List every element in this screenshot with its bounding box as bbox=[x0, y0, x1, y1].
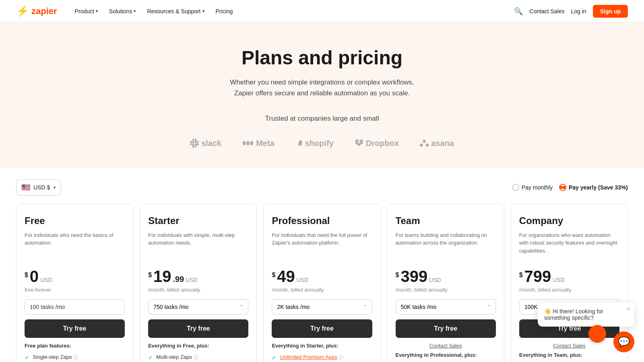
features-header: Everything in Professional, plus: bbox=[396, 352, 496, 358]
svg-point-8 bbox=[423, 140, 425, 143]
plan-card-free: Free For individuals who need the basics… bbox=[16, 204, 133, 362]
price-currency: USD bbox=[40, 277, 52, 283]
chat-widget: × 👋 Hi there! Looking for something spec… bbox=[538, 302, 634, 352]
price-currency: USD bbox=[297, 277, 309, 283]
signup-button[interactable]: Sign up bbox=[593, 5, 628, 18]
plan-description: For individuals that need the full power… bbox=[272, 231, 372, 260]
currency-selector[interactable]: 🇺🇸 USD $ ▾ bbox=[16, 179, 61, 195]
company-logos: slack Meta shopify Dropbox bbox=[16, 139, 628, 148]
price-currency: USD bbox=[553, 277, 565, 283]
try-free-button-team[interactable]: Try free bbox=[396, 319, 496, 338]
currency-label: USD $ bbox=[33, 184, 50, 191]
nav-product[interactable]: Product ▾ bbox=[70, 5, 103, 18]
info-icon[interactable]: ⓘ bbox=[339, 354, 343, 360]
nav-resources[interactable]: Resources & Support ▾ bbox=[142, 5, 209, 18]
task-select-wrapper: 2K tasks /mo ⌃ bbox=[272, 299, 372, 315]
try-free-button-professional[interactable]: Try free bbox=[272, 319, 372, 338]
price-symbol: $ bbox=[396, 268, 399, 279]
pay-yearly-label: Pay yearly (Save 33%) bbox=[569, 184, 628, 191]
flag-icon: 🇺🇸 bbox=[21, 183, 30, 192]
contact-sales-link-team[interactable]: Contact Sales bbox=[396, 343, 496, 349]
price-symbol: $ bbox=[25, 268, 28, 279]
contact-sales-link[interactable]: Contact Sales bbox=[529, 8, 564, 14]
try-free-button-starter[interactable]: Try free bbox=[148, 319, 248, 338]
feature-text: Multi-step Zaps ⓘ bbox=[156, 354, 198, 361]
features-header: Everything in Starter, plus: bbox=[272, 343, 372, 349]
logo-slack: slack bbox=[190, 139, 221, 148]
task-select-starter[interactable]: 750 tasks /mo bbox=[148, 299, 248, 315]
price-period: /month, billed annually bbox=[272, 287, 372, 293]
nav-resources-label: Resources & Support bbox=[147, 8, 200, 14]
info-icon[interactable]: ⓘ bbox=[73, 354, 78, 360]
close-icon[interactable]: × bbox=[627, 306, 630, 313]
plan-card-team: Team For teams building and collaboratin… bbox=[387, 204, 504, 362]
chevron-down-icon: ▾ bbox=[202, 9, 204, 13]
price-period: /month, billed annually bbox=[148, 287, 248, 293]
plan-description: For individuals with simple, multi-step … bbox=[148, 231, 248, 260]
plan-description: For teams building and collaborating on … bbox=[396, 231, 496, 260]
plan-card-starter: Starter For individuals with simple, mul… bbox=[140, 204, 257, 362]
plan-price: $ 0 USD bbox=[25, 268, 125, 284]
plan-name: Professional bbox=[272, 215, 372, 226]
try-free-button-free[interactable]: Try free bbox=[25, 319, 125, 338]
chevron-down-icon: ▾ bbox=[96, 9, 98, 13]
plan-name: Free bbox=[25, 215, 125, 226]
plan-price: $ 49 USD bbox=[272, 268, 372, 284]
pricing-controls: 🇺🇸 USD $ ▾ Pay monthly Pay yearly (Save … bbox=[0, 168, 644, 204]
price-amount: 799 bbox=[524, 267, 551, 285]
price-amount: 0 bbox=[30, 267, 39, 285]
svg-point-1 bbox=[246, 141, 249, 145]
logo-dropbox: Dropbox bbox=[355, 139, 399, 148]
task-select-professional[interactable]: 2K tasks /mo bbox=[272, 299, 372, 315]
price-symbol: $ bbox=[519, 268, 523, 279]
features-header: Everything in Free, plus: bbox=[148, 343, 248, 349]
pay-monthly-option[interactable]: Pay monthly bbox=[512, 184, 553, 191]
feature-item: ✓ Single-step Zaps ⓘ bbox=[25, 354, 125, 362]
plan-price: $ 19 .99 USD bbox=[148, 268, 248, 284]
price-period: /month, billed annually bbox=[519, 287, 619, 293]
info-icon[interactable]: ⓘ bbox=[194, 354, 198, 360]
radio-monthly[interactable] bbox=[512, 184, 519, 191]
logo-icon: ⚡ bbox=[16, 5, 29, 17]
nav-left: ⚡ zapier Product ▾ Solutions ▾ Resources… bbox=[16, 5, 237, 18]
chat-bubble: × 👋 Hi there! Looking for something spec… bbox=[538, 302, 634, 327]
price-currency: USD bbox=[186, 277, 198, 283]
price-cents: .99 bbox=[173, 275, 184, 284]
svg-point-10 bbox=[426, 144, 429, 146]
plan-name: Starter bbox=[148, 215, 248, 226]
nav-solutions-label: Solutions bbox=[109, 8, 132, 14]
plan-name: Team bbox=[396, 215, 496, 226]
price-period: /month, billed annually bbox=[396, 287, 496, 293]
nav-product-label: Product bbox=[75, 8, 94, 14]
price-symbol: $ bbox=[148, 268, 152, 279]
trusted-text: Trusted at companies large and small bbox=[217, 113, 427, 124]
task-select-team[interactable]: 50K tasks /mo bbox=[396, 299, 496, 315]
task-select-wrapper: 750 tasks /mo ⌃ bbox=[148, 299, 248, 315]
radio-yearly[interactable] bbox=[559, 184, 566, 191]
chat-open-button[interactable]: 💬 bbox=[613, 331, 634, 352]
nav-pricing[interactable]: Pricing bbox=[211, 5, 238, 18]
plan-name: Company bbox=[519, 215, 619, 226]
svg-point-9 bbox=[420, 144, 423, 146]
page-title: Plans and pricing bbox=[16, 47, 628, 69]
feature-link[interactable]: Unlimited Premium Apps bbox=[280, 354, 337, 360]
pay-yearly-option[interactable]: Pay yearly (Save 33%) bbox=[559, 184, 628, 191]
logo-meta: Meta bbox=[242, 139, 275, 148]
navbar: ⚡ zapier Product ▾ Solutions ▾ Resources… bbox=[0, 0, 644, 23]
nav-right: 🔍 Contact Sales Log in Sign up bbox=[514, 5, 628, 18]
login-link[interactable]: Log in bbox=[571, 8, 586, 14]
logo[interactable]: ⚡ zapier bbox=[16, 5, 57, 17]
logo-asana: asana bbox=[420, 139, 454, 148]
search-icon[interactable]: 🔍 bbox=[514, 7, 523, 16]
svg-point-0 bbox=[243, 141, 246, 145]
hero-subtitle: Whether you need simple integrations or … bbox=[217, 77, 427, 99]
plan-description: For individuals who need the basics of a… bbox=[25, 231, 125, 260]
price-currency: USD bbox=[429, 277, 441, 283]
pay-monthly-label: Pay monthly bbox=[522, 184, 553, 191]
task-label-free: 100 tasks /mo bbox=[25, 299, 125, 315]
check-icon: ✓ bbox=[25, 354, 29, 362]
nav-solutions[interactable]: Solutions ▾ bbox=[104, 5, 141, 18]
chat-icon: 💬 bbox=[618, 336, 630, 348]
check-icon: ✓ bbox=[148, 354, 153, 362]
plan-price: $ 399 USD bbox=[396, 268, 496, 284]
